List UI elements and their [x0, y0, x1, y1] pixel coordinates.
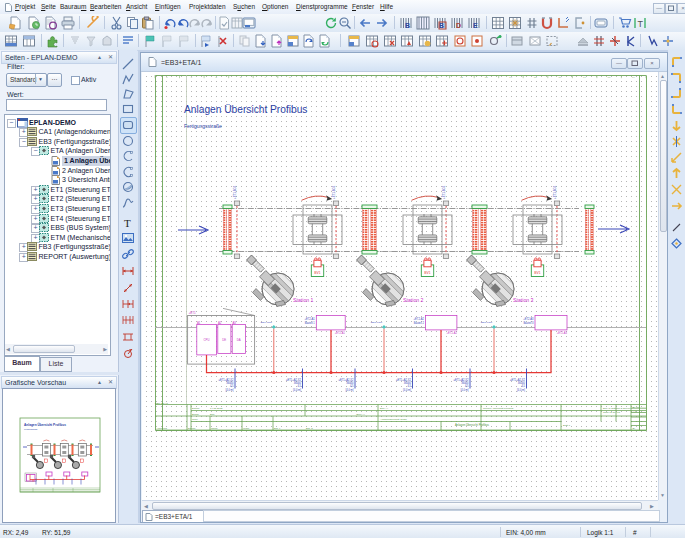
svg-text:Ers. d.: Ers. d. — [306, 427, 314, 430]
svg-text:0: 0 — [166, 76, 168, 79]
svg-text:19: 19 — [632, 76, 635, 79]
svg-text:Gruppe: Übersicht-Profibus: Gruppe: Übersicht-Profibus — [483, 407, 514, 410]
svg-text:8: 8 — [363, 76, 365, 79]
svg-text:10: 10 — [411, 76, 414, 79]
svg-text:EPLAN Software & Service: EPLAN Software & Service — [603, 407, 631, 409]
svg-text:9: 9 — [387, 76, 389, 79]
svg-text:+ET1-BG1: +ET1-BG1 — [332, 185, 336, 199]
svg-text:Bauteil 3: Bauteil 3 — [523, 321, 534, 325]
svg-text:Station 2: Station 2 — [403, 297, 424, 303]
svg-text:Änderung: Änderung — [156, 427, 167, 430]
svg-text:B: B — [405, 22, 410, 29]
svg-text:=EB3+ETA/1: =EB3+ETA/1 — [154, 402, 169, 405]
svg-text:Datum: Datum — [188, 427, 195, 430]
svg-text:DA: DA — [237, 338, 241, 342]
svg-text:+ET1-BG1: +ET1-BG1 — [442, 185, 446, 199]
svg-text:+ET2-A1: +ET2-A1 — [335, 331, 346, 335]
svg-text:GmbH & Co. KG: GmbH & Co. KG — [603, 411, 620, 413]
svg-text:Anlagen Übersicht Profibus: Anlagen Übersicht Profibus — [184, 104, 307, 115]
svg-text:+ET2-A3: +ET2-A3 — [557, 331, 568, 335]
svg-text:A1: A1 — [197, 321, 201, 325]
svg-text:7: 7 — [338, 76, 340, 79]
svg-text:11: 11 — [436, 76, 439, 79]
svg-text:1: 1 — [191, 76, 193, 79]
svg-text:Datum: Datum — [192, 407, 199, 410]
svg-text:Fertigungsstraße: Fertigungsstraße — [24, 428, 38, 430]
svg-text:EPL-A): EPL-A) — [380, 407, 388, 410]
svg-text:B: B — [439, 22, 444, 29]
svg-text:+ET1-BG1: +ET1-BG1 — [553, 185, 557, 199]
svg-text:Bl. 46: Bl. 46 — [633, 406, 640, 409]
svg-text:Fertigungsstraße: Fertigungsstraße — [184, 123, 222, 129]
svg-text:Ers. f.: Ers. f. — [274, 427, 281, 430]
svg-text:12: 12 — [460, 76, 463, 79]
svg-text:Station 1: Station 1 — [293, 297, 314, 303]
svg-text:+ET2-A2: +ET2-A2 — [447, 331, 458, 335]
svg-text:Station 3: Station 3 — [513, 297, 534, 303]
svg-text:Name: Name — [211, 427, 218, 430]
svg-text:+ 1: + 1 — [633, 410, 637, 413]
svg-text:+ET1: +ET1 — [189, 311, 197, 315]
svg-text:Urspr.: Urspr. — [243, 427, 250, 430]
svg-text:2: 2 — [215, 76, 217, 79]
svg-text:14: 14 — [509, 76, 512, 79]
svg-text:Bauteil 2: Bauteil 2 — [414, 321, 425, 325]
svg-text:+ET1-BG1: +ET1-BG1 — [233, 185, 237, 199]
svg-text:T: T — [124, 217, 131, 229]
svg-text:13: 13 — [485, 76, 488, 79]
svg-text:18: 18 — [608, 76, 611, 79]
svg-text:A3: A3 — [233, 321, 237, 325]
svg-text:Anlagenübersicht-Grafik: Anlagenübersicht-Grafik — [380, 418, 408, 421]
svg-text:Anlagen Übersicht Profibus: Anlagen Übersicht Profibus — [24, 422, 66, 427]
svg-text:4: 4 — [265, 76, 267, 79]
svg-text:Bl.: Bl. — [633, 427, 636, 430]
svg-text:15: 15 — [534, 76, 537, 79]
svg-text:E: E — [473, 22, 478, 29]
svg-text:D: D — [456, 22, 461, 29]
svg-text:5: 5 — [289, 76, 291, 79]
svg-text:Anlagen Übersicht Profibus: Anlagen Übersicht Profibus — [455, 423, 489, 427]
svg-text:(EPL-A): (EPL-A) — [356, 413, 365, 416]
svg-text:EPL: EPL — [210, 413, 215, 416]
svg-text:14.05.2012: 14.05.2012 — [210, 407, 223, 410]
svg-text:16: 16 — [558, 76, 561, 79]
svg-text:DE: DE — [222, 338, 226, 342]
svg-text:Bauteil 1: Bauteil 1 — [305, 321, 316, 325]
svg-text:Blatt 1: Blatt 1 — [563, 424, 571, 427]
svg-text:Gepr.: Gepr. — [192, 418, 198, 421]
svg-text:6: 6 — [314, 76, 316, 79]
svg-text:A2: A2 — [218, 321, 222, 325]
svg-text:CPU: CPU — [204, 338, 210, 342]
svg-text:T: T — [638, 19, 644, 29]
svg-text:Bearb.: Bearb. — [192, 413, 200, 416]
svg-text:17: 17 — [583, 76, 586, 79]
svg-text:3: 3 — [240, 76, 242, 79]
